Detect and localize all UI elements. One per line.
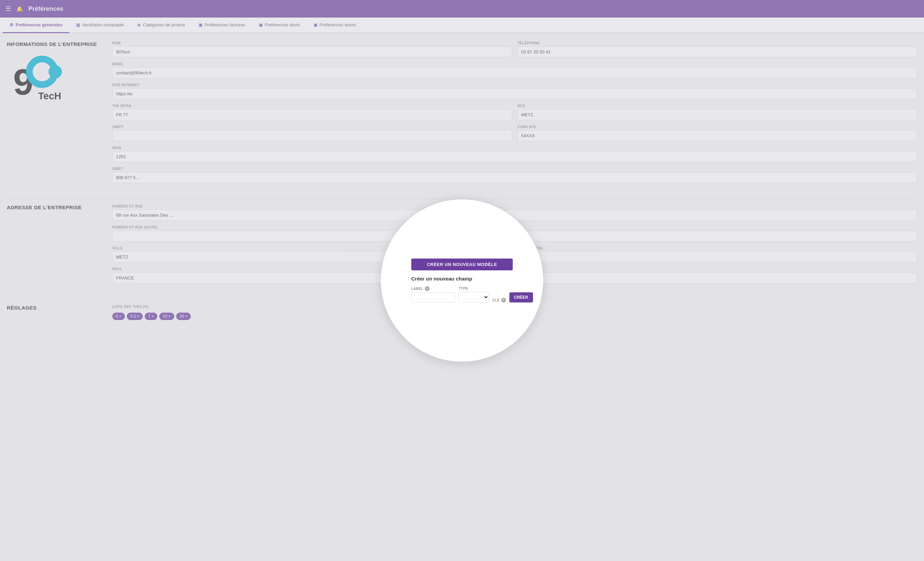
modal-cle-group: CLÉ ? <box>492 298 506 302</box>
modal-form-row: LABEL ? TYPE CLÉ ? <box>411 286 513 302</box>
modal-label-label: LABEL ? <box>411 286 455 291</box>
modal-overlay: CRÉER UN NOUVEAU MODÈLE Créer un nouveau… <box>0 0 924 339</box>
modal-circle: CRÉER UN NOUVEAU MODÈLE Créer un nouveau… <box>381 199 543 339</box>
modal-cle-label: CLÉ ? <box>492 298 506 302</box>
label-help-icon[interactable]: ? <box>425 286 429 291</box>
create-model-button[interactable]: CRÉER UN NOUVEAU MODÈLE <box>411 259 513 270</box>
modal-form-title: Créer un nouveau champ <box>411 276 513 281</box>
modal-label-input[interactable] <box>411 292 455 302</box>
modal-type-select[interactable] <box>459 292 489 302</box>
modal-inner: CRÉER UN NOUVEAU MODÈLE Créer un nouveau… <box>405 252 519 309</box>
modal-label-group: LABEL ? <box>411 286 455 302</box>
cle-help-icon[interactable]: ? <box>501 298 506 302</box>
create-field-button[interactable]: CRÉER <box>509 292 533 302</box>
modal-type-label: TYPE <box>459 287 489 290</box>
modal-type-group: TYPE <box>459 287 489 302</box>
